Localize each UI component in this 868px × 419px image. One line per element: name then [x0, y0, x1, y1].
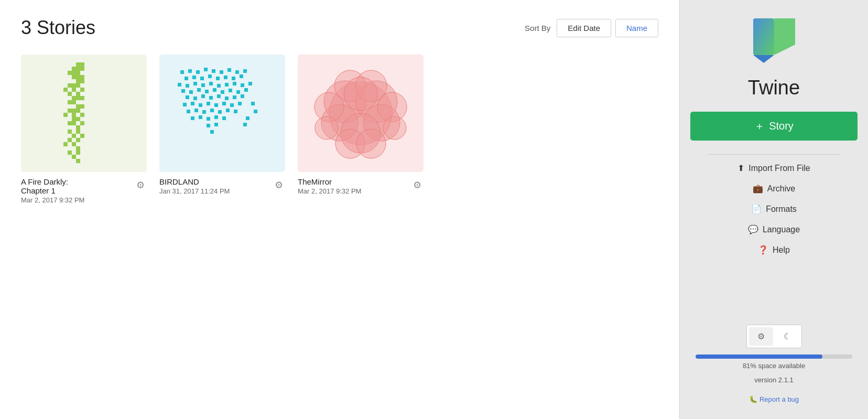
- storage-bar-container: 81% space available: [690, 354, 858, 370]
- svg-rect-78: [225, 83, 229, 87]
- bottom-controls: ⚙ ☾ 81% space available version 2.1.1 🐛 …: [690, 325, 858, 409]
- story-date-fire: Mar 2, 2017 9:32 PM: [21, 196, 134, 204]
- stories-grid: A Fire Darkly:Chapter 1 Mar 2, 2017 9:32…: [21, 55, 658, 204]
- svg-rect-102: [207, 102, 210, 105]
- svg-marker-144: [753, 55, 774, 63]
- sidebar-divider-1: [707, 154, 841, 155]
- settings-theme-button[interactable]: ⚙: [749, 327, 773, 346]
- svg-rect-86: [213, 88, 216, 92]
- svg-rect-52: [72, 155, 76, 159]
- svg-rect-82: [181, 89, 185, 93]
- svg-rect-16: [76, 83, 80, 88]
- svg-rect-4: [76, 67, 80, 71]
- svg-rect-117: [214, 115, 218, 119]
- archive-icon: 💼: [753, 184, 763, 194]
- sort-name-button[interactable]: Name: [615, 19, 658, 37]
- svg-rect-84: [197, 88, 201, 92]
- story-gear-fire[interactable]: ⚙: [134, 178, 147, 192]
- svg-rect-96: [225, 96, 229, 100]
- svg-rect-76: [209, 82, 213, 85]
- story-meta-mirror: TheMirror Mar 2, 2017 9:32 PM: [298, 177, 411, 195]
- formats-label: Formats: [766, 205, 797, 214]
- svg-rect-12: [76, 79, 80, 83]
- svg-rect-87: [221, 90, 224, 94]
- story-gear-mirror[interactable]: ⚙: [411, 178, 424, 192]
- svg-rect-18: [72, 88, 76, 92]
- svg-rect-72: [178, 83, 181, 87]
- story-name-fire: A Fire Darkly:Chapter 1: [21, 177, 134, 195]
- svg-rect-77: [217, 84, 221, 88]
- story-card-birdland[interactable]: BIRDLAND Jan 31, 2017 11:24 PM ⚙: [159, 55, 285, 204]
- svg-rect-47: [63, 142, 68, 146]
- svg-rect-22: [72, 96, 76, 100]
- svg-rect-29: [68, 109, 72, 113]
- sort-label: Sort By: [525, 24, 550, 33]
- language-button[interactable]: 💬 Language: [690, 219, 858, 240]
- svg-rect-7: [72, 71, 76, 75]
- svg-rect-142: [753, 18, 774, 55]
- svg-rect-71: [240, 74, 243, 78]
- story-meta-fire: A Fire Darkly:Chapter 1 Mar 2, 2017 9:32…: [21, 177, 134, 204]
- version-text: version 2.1.1: [754, 376, 793, 384]
- svg-rect-66: [200, 77, 204, 80]
- svg-rect-113: [234, 110, 237, 113]
- svg-rect-105: [230, 103, 234, 107]
- svg-rect-97: [233, 95, 236, 99]
- twine-logo: [748, 16, 800, 68]
- svg-rect-98: [241, 94, 244, 98]
- svg-rect-123: [214, 123, 218, 126]
- svg-rect-55: [180, 70, 184, 74]
- story-thumbnail-mirror: [298, 55, 424, 172]
- svg-rect-34: [80, 113, 84, 117]
- svg-rect-14: [68, 83, 72, 88]
- story-card-mirror[interactable]: TheMirror Mar 2, 2017 9:32 PM ⚙: [298, 55, 424, 204]
- help-label: Help: [773, 245, 790, 255]
- svg-rect-120: [254, 110, 257, 113]
- svg-rect-40: [76, 125, 80, 130]
- story-card-fire[interactable]: A Fire Darkly:Chapter 1 Mar 2, 2017 9:32…: [21, 55, 147, 204]
- story-name-birdland: BIRDLAND: [159, 177, 273, 186]
- new-story-plus-icon: ＋: [754, 119, 765, 133]
- svg-rect-43: [72, 134, 76, 138]
- svg-rect-6: [68, 71, 72, 75]
- svg-rect-42: [76, 130, 80, 134]
- sort-edit-date-button[interactable]: Edit Date: [557, 19, 611, 37]
- report-bug-link[interactable]: 🐛 Report a bug: [690, 390, 858, 409]
- svg-rect-10: [76, 75, 80, 79]
- help-icon: ❓: [758, 245, 768, 255]
- new-story-button[interactable]: ＋ Story: [690, 112, 858, 141]
- svg-rect-122: [207, 124, 210, 127]
- story-info-mirror: TheMirror Mar 2, 2017 9:32 PM ⚙: [298, 177, 424, 195]
- svg-rect-90: [244, 88, 248, 92]
- help-button[interactable]: ❓ Help: [690, 240, 858, 260]
- story-date-birdland: Jan 31, 2017 11:24 PM: [159, 187, 273, 195]
- storage-bar-background: [696, 354, 852, 359]
- svg-rect-53: [76, 159, 80, 163]
- svg-rect-62: [235, 70, 239, 74]
- svg-rect-25: [68, 100, 72, 104]
- svg-rect-81: [248, 82, 252, 85]
- import-from-file-button[interactable]: ⬆ Import From File: [690, 158, 858, 178]
- svg-point-138: [315, 116, 338, 139]
- svg-rect-88: [229, 89, 232, 92]
- storage-bar-fill: [696, 354, 822, 359]
- svg-rect-91: [186, 95, 189, 99]
- svg-rect-45: [68, 138, 72, 142]
- svg-rect-56: [188, 69, 192, 73]
- archive-button[interactable]: 💼 Archive: [690, 178, 858, 199]
- svg-rect-15: [72, 83, 76, 88]
- svg-point-139: [383, 116, 406, 139]
- svg-rect-67: [208, 74, 212, 78]
- svg-rect-125: [243, 123, 247, 126]
- svg-rect-99: [183, 103, 187, 106]
- svg-rect-121: [246, 116, 249, 120]
- formats-button[interactable]: 📄 Formats: [690, 199, 858, 219]
- svg-rect-118: [222, 116, 226, 120]
- dark-mode-button[interactable]: ☾: [775, 327, 799, 346]
- svg-rect-79: [233, 82, 236, 85]
- svg-rect-41: [68, 130, 72, 134]
- svg-rect-108: [194, 109, 198, 112]
- story-gear-birdland[interactable]: ⚙: [273, 178, 285, 192]
- svg-rect-57: [196, 70, 200, 74]
- svg-rect-93: [201, 94, 205, 98]
